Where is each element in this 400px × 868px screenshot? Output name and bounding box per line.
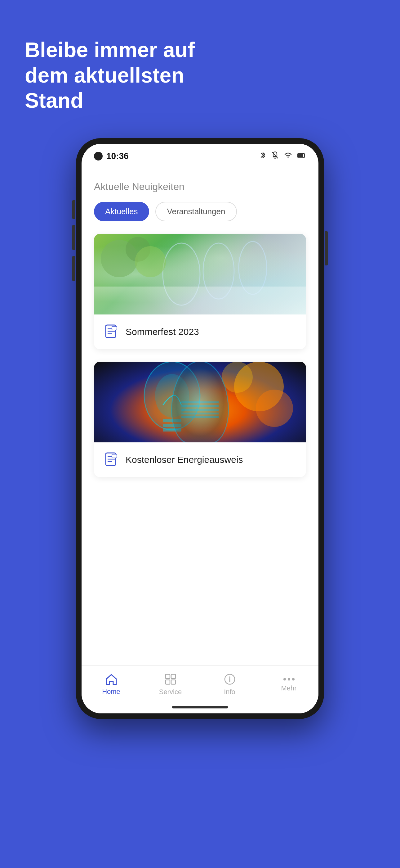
svg-rect-20 <box>163 419 181 422</box>
news-card-1-title: Kostenloser Energieausweis <box>126 455 243 465</box>
svg-rect-14 <box>112 326 117 330</box>
svg-point-16 <box>256 390 293 427</box>
nav-label-home: Home <box>102 688 120 696</box>
more-icon <box>283 677 295 682</box>
volume-silent-button <box>72 200 75 219</box>
nav-label-service: Service <box>159 688 182 696</box>
news-card-1-body: Kostenloser Energieausweis <box>94 442 306 477</box>
phone-frame: 10:36 <box>76 138 324 719</box>
news-card-0-image <box>94 234 306 314</box>
home-indicator <box>81 701 319 713</box>
status-left: 10:36 <box>94 151 129 161</box>
filter-tabs: Aktuelles Veranstaltungen <box>94 202 306 221</box>
grid-icon <box>164 673 177 685</box>
nav-label-info: Info <box>224 688 235 696</box>
status-time: 10:36 <box>106 151 129 161</box>
tab-aktuelles[interactable]: Aktuelles <box>94 202 149 221</box>
phone-mockup: 10:36 <box>76 138 324 719</box>
nav-item-info[interactable]: Info <box>210 673 250 696</box>
svg-point-36 <box>288 678 290 681</box>
home-icon <box>105 673 118 685</box>
news-card-0-body: Sommerfest 2023 <box>94 314 306 349</box>
phone-screen: 10:36 <box>81 144 319 713</box>
news-card-1-image <box>94 362 306 442</box>
app-content: Aktuelle Neuigkeiten Aktuelles Veranstal… <box>81 168 319 665</box>
nav-item-service[interactable]: Service <box>151 673 191 696</box>
svg-point-35 <box>284 678 286 681</box>
svg-rect-22 <box>163 428 181 432</box>
home-bar <box>172 706 228 708</box>
battery-icon <box>297 152 306 160</box>
nav-item-home[interactable]: Home <box>91 673 131 696</box>
svg-point-37 <box>292 678 295 681</box>
wifi-icon <box>284 152 292 160</box>
news-card-0[interactable]: Sommerfest 2023 <box>94 234 306 349</box>
volume-up-button <box>72 225 75 250</box>
nav-item-mehr[interactable]: Mehr <box>269 677 309 692</box>
svg-point-34 <box>229 677 230 678</box>
svg-rect-27 <box>112 454 117 458</box>
front-camera <box>94 152 103 160</box>
status-bar: 10:36 <box>81 144 319 168</box>
tab-veranstaltungen[interactable]: Veranstaltungen <box>155 202 237 221</box>
notifications-muted-icon <box>271 151 279 161</box>
nav-label-mehr: Mehr <box>281 684 296 692</box>
bottom-nav: Home Service <box>81 665 319 701</box>
svg-point-17 <box>222 362 253 393</box>
power-button <box>325 231 328 266</box>
news-card-1[interactable]: Kostenloser Energieausweis <box>94 362 306 477</box>
svg-point-5 <box>239 242 267 294</box>
svg-point-18 <box>144 362 200 430</box>
svg-rect-2 <box>298 154 303 157</box>
svg-point-19 <box>155 374 189 417</box>
svg-rect-9 <box>94 286 306 314</box>
hero-text: Bleibe immer auf dem aktuellsten Stand <box>25 37 226 113</box>
section-title: Aktuelle Neuigkeiten <box>94 181 306 192</box>
svg-rect-29 <box>171 674 175 679</box>
document-icon-1 <box>103 452 120 468</box>
volume-down-button <box>72 256 75 281</box>
svg-rect-21 <box>163 424 181 427</box>
bluetooth-icon <box>260 151 266 161</box>
news-card-0-title: Sommerfest 2023 <box>126 327 199 337</box>
status-right <box>260 151 306 161</box>
svg-rect-31 <box>171 680 175 684</box>
svg-rect-30 <box>166 680 170 684</box>
document-icon-0 <box>103 324 120 340</box>
svg-point-8 <box>135 246 166 277</box>
info-icon <box>224 673 236 685</box>
svg-rect-28 <box>166 674 170 679</box>
